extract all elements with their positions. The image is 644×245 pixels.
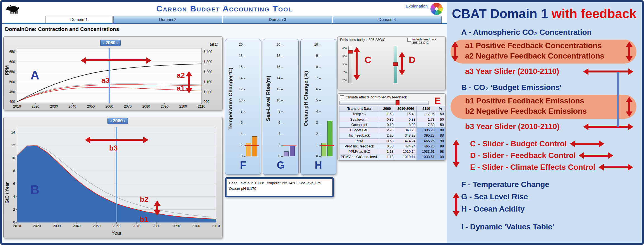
- c-arrow: [575, 143, 599, 145]
- climate-feedback-checkbox[interactable]: [340, 95, 344, 99]
- svg-text:2040: 2040: [73, 224, 81, 228]
- svg-text:14: 14: [11, 130, 15, 134]
- app-title: Carbon Budget Accounting Tool: [156, 4, 293, 13]
- gauge-ocean-ph: Ocean pH Change (%) 109876543210 H: [300, 39, 336, 175]
- svg-text:1,400: 1,400: [204, 50, 212, 54]
- legend-item-a: A - Atmospheric CO₂ Concentration: [461, 28, 592, 37]
- svg-text:2070: 2070: [124, 105, 132, 108]
- a-box-right-arrow: [628, 47, 630, 56]
- svg-text:2070: 2070: [133, 224, 140, 228]
- year-slider-a[interactable]: ◄ 2060 ►: [100, 40, 121, 46]
- label-B: B: [30, 183, 39, 197]
- svg-text:650: 650: [9, 50, 15, 54]
- legend-item-b: B - CO₂ 'Budget Emissions': [461, 83, 562, 92]
- legend-item-i: I - Dynamic 'Values Table': [461, 222, 554, 231]
- svg-text:400: 400: [9, 100, 15, 104]
- gtc-year-axis-label: GtC / Year: [5, 153, 10, 203]
- page-title: DomainOne: Contraction and Concentration…: [5, 26, 119, 32]
- svg-text:Year: Year: [111, 230, 121, 236]
- gauge-threshold-line: [283, 145, 296, 146]
- label-E: E: [434, 95, 441, 106]
- gauge-bar: [290, 146, 295, 156]
- year-slider-b[interactable]: ◄ 2060 ►: [107, 118, 128, 124]
- label-C: C: [365, 54, 372, 65]
- b3-slider-range-arrow: [90, 139, 143, 141]
- label-b1: b1: [140, 215, 148, 224]
- d-arrow: [584, 155, 608, 157]
- a3-arrow: [588, 71, 628, 72]
- ocean-ph-gauge-scale: 109876543210: [301, 39, 336, 174]
- explanation-link[interactable]: Explanation: [406, 4, 428, 8]
- b-box-right-arrow: [628, 102, 630, 111]
- gauge-threshold-line: [245, 145, 259, 146]
- svg-text:4: 4: [13, 195, 15, 199]
- include-feedback-label: include feedback 395.23 GtC: [412, 38, 444, 44]
- year-slider-b-value: 2060: [113, 118, 123, 123]
- gh-left-arrow: [455, 198, 457, 211]
- sea-level-gauge-scale: 20181614121086420: [263, 39, 298, 174]
- svg-text:2090: 2090: [172, 224, 180, 228]
- climate-effects-slider-handle[interactable]: [396, 100, 399, 105]
- label-a2: a2: [177, 71, 185, 80]
- legend-item-b3: b3 Year Slider (2010-2110): [465, 122, 559, 131]
- svg-text:2040: 2040: [68, 105, 76, 108]
- a-box-left-arrow: [454, 47, 456, 56]
- include-feedback-checkbox[interactable]: [407, 38, 411, 42]
- label-b3: b3: [109, 144, 118, 152]
- svg-text:550: 550: [9, 70, 15, 74]
- climate-feedback-label: Climate effects controlled by feedback: [346, 95, 407, 99]
- budget-scale: 400350300250200: [339, 47, 347, 82]
- svg-text:8: 8: [13, 169, 15, 173]
- emissions-budget-title: Emissions budget 395.23GtC: [340, 38, 386, 42]
- legend-item-a3: a3 Year Slider (2010-2110): [465, 67, 559, 76]
- svg-text:600: 600: [9, 60, 15, 64]
- legend-item-g: G - Sea Level Rise: [461, 192, 528, 201]
- tab-domain-1[interactable]: Domain 1: [46, 16, 112, 23]
- table-header-cell: 2060: [379, 106, 395, 111]
- svg-text:2050: 2050: [87, 105, 95, 108]
- climate-feedback-row: Climate effects controlled by feedback: [340, 95, 407, 99]
- b3-arrow: [588, 126, 628, 128]
- budget-slider-handle[interactable]: [348, 50, 353, 54]
- feedback-slider-track[interactable]: [394, 46, 397, 83]
- table-row: Temp °C1.5316.4317.9650: [339, 111, 445, 117]
- svg-text:6: 6: [13, 182, 15, 186]
- table-row: PPM0.53474.24465.2698: [339, 138, 445, 144]
- climate-effects-slider-track[interactable]: [339, 101, 429, 105]
- label-G: G: [263, 159, 298, 171]
- svg-text:2010: 2010: [13, 224, 21, 228]
- legend-item-d: D - Slider - Feedback Control: [470, 151, 614, 160]
- svg-text:2030: 2030: [53, 224, 61, 228]
- svg-text:1,100: 1,100: [204, 80, 212, 84]
- svg-text:12: 12: [11, 143, 15, 147]
- table-header-cell: 2110: [417, 106, 436, 111]
- boar-logo-icon: [5, 3, 20, 15]
- gauge-temperature: Temperature Change(°C) 20181614121086420…: [225, 39, 261, 175]
- slider-connector-line: [617, 72, 619, 127]
- a3-slider-range-arrow: [86, 59, 146, 61]
- svg-text:2020: 2020: [33, 224, 41, 228]
- legend-title-accent: with feedback: [552, 6, 636, 21]
- tab-domain-2[interactable]: Domain 2: [113, 16, 222, 23]
- gauge-threshold-line: [320, 145, 334, 146]
- concentration-chart-panel: 4009004501,0005001,1005501,2006001,30065…: [3, 36, 222, 110]
- tab-domain-4[interactable]: Domain 4: [333, 16, 442, 23]
- table-header-cell: 2010-2060: [395, 106, 417, 111]
- ppm-axis-label: PPM: [5, 53, 10, 75]
- label-A: A: [30, 68, 39, 82]
- rainbow-logo-icon: [430, 3, 443, 15]
- budget-slider-track[interactable]: [348, 46, 352, 83]
- label-H: H: [301, 159, 336, 171]
- tab-domain-3[interactable]: Domain 3: [223, 16, 332, 23]
- label-F: F: [225, 159, 261, 171]
- legend-item-a1: a1 Positive Feedback Concentrations: [465, 41, 602, 50]
- feedback-slider-handle[interactable]: [393, 62, 398, 66]
- svg-text:2020: 2020: [32, 105, 39, 108]
- table-row: Ocean pH-0.108.007.8950: [339, 122, 445, 127]
- header: Carbon Budget Accounting Tool Explanatio…: [2, 2, 447, 16]
- flag-left-arrow-icon: ◄: [109, 120, 112, 122]
- label-b2: b2: [140, 195, 148, 204]
- svg-text:2080: 2080: [142, 105, 150, 108]
- emissions-chart: 0246810121420102020203020402050206020702…: [4, 117, 222, 238]
- legend-item-h: H - Ocean Acidity: [461, 205, 525, 214]
